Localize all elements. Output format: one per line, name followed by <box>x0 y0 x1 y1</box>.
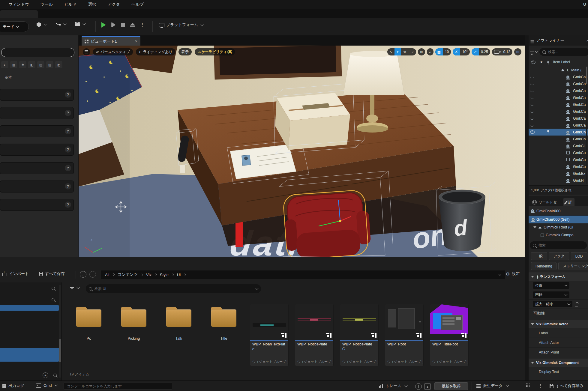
breadcrumb-item[interactable]: Ui <box>177 273 181 277</box>
play-button[interactable] <box>101 22 106 28</box>
close-icon[interactable]: × <box>586 38 588 43</box>
tool-icon[interactable]: ▤ <box>37 61 44 68</box>
help-icon[interactable]: ? <box>65 91 71 98</box>
tool-icon[interactable]: ◧ <box>28 61 35 68</box>
lit-mode-button[interactable]: ◐ライティングあり <box>136 48 176 55</box>
help-icon[interactable]: ? <box>65 146 71 153</box>
tool-icon[interactable]: ◩ <box>55 61 62 68</box>
modes-dropdown[interactable]: モード <box>0 21 29 32</box>
add-source-icon[interactable]: + <box>43 372 48 378</box>
camera-speed-value[interactable]: 0.12 <box>501 48 512 55</box>
grid-snap-value[interactable]: 10 <box>443 48 451 55</box>
asset-tile[interactable]: WBP_NoticePlate_G ウィジェットブループリ... <box>340 304 379 366</box>
outliner-row-selected[interactable]: GmkCh <box>529 129 588 136</box>
outliner-row[interactable]: GmkEx <box>529 170 588 177</box>
eye-closed-icon[interactable] <box>530 90 534 92</box>
eye-closed-icon[interactable] <box>530 76 534 78</box>
cmd-dropdown[interactable]: Cmd <box>36 383 57 388</box>
lock-open-icon[interactable] <box>575 304 578 306</box>
section-gimmick-actor[interactable]: Vlx Gimmick Actor <box>529 320 588 328</box>
tool-icon[interactable]: ✱ <box>19 61 26 68</box>
pin-icon[interactable] <box>547 130 549 132</box>
level-tab-stub[interactable] <box>0 10 38 18</box>
play-options-icon[interactable]: ⋮ <box>140 22 145 28</box>
property-row[interactable]: ? <box>0 162 74 174</box>
eye-icon[interactable] <box>530 130 535 134</box>
viewport-scene[interactable]: dation on <box>79 46 525 257</box>
filter-icon[interactable] <box>70 287 74 288</box>
viewport[interactable]: dation on <box>79 46 525 257</box>
cinematics-button[interactable] <box>75 22 85 26</box>
category-streaming[interactable]: ストリーミング <box>558 262 588 270</box>
outliner-row[interactable]: GmkCu <box>529 149 588 156</box>
move-tool-button[interactable]: + <box>394 48 401 55</box>
filter-icon[interactable] <box>530 52 534 52</box>
maximize-viewport-button[interactable]: ⊞ <box>514 48 521 55</box>
world-settings-tab[interactable]: ワールドセ... <box>530 198 562 206</box>
asset-tile[interactable]: WBP_NoahTextPlate ウィジェットブループリ... <box>250 304 289 366</box>
eye-closed-icon[interactable] <box>530 117 534 120</box>
derived-data-dropdown[interactable]: 派生データ <box>476 383 508 389</box>
import-button[interactable]: インポート <box>2 271 29 276</box>
help-icon[interactable]: ? <box>65 128 71 134</box>
save-all-button[interactable]: すべて保存 <box>39 271 65 276</box>
outliner-row[interactable]: GmkCa <box>529 73 588 80</box>
property-row[interactable]: ? <box>0 144 74 156</box>
property-row[interactable]: ? <box>0 181 74 193</box>
asset-search-input[interactable] <box>94 286 254 291</box>
outliner-tab[interactable]: アウトライナー × <box>529 35 588 46</box>
mobility-row[interactable]: 可動性 <box>529 309 588 318</box>
trace-dropdown[interactable]: トレース <box>379 383 407 389</box>
get-latest-button[interactable]: 最新を取得 <box>434 382 468 390</box>
property-row[interactable]: ? <box>0 107 74 119</box>
scale-snap-value[interactable]: 0.25 <box>479 48 490 55</box>
world-local-toggle[interactable]: ⊕ <box>418 48 425 55</box>
outliner-scrollbar[interactable] <box>586 67 587 184</box>
outliner-column-header[interactable]: ★ Item Label <box>529 58 588 66</box>
camera-speed-button[interactable] <box>492 48 501 55</box>
eye-icon[interactable] <box>531 61 536 64</box>
sources-scrollbar[interactable] <box>59 285 61 378</box>
panel-divider[interactable] <box>525 35 529 381</box>
tool-icon[interactable]: ▧ <box>46 61 53 68</box>
asset-tile[interactable]: WBP_NoticePlate ウィジェットブループリ... <box>295 304 334 366</box>
eject-button[interactable] <box>130 23 135 25</box>
scalability-button[interactable]: スケーラビリティ:高 <box>195 48 235 55</box>
expand-arrow-icon[interactable] <box>533 226 536 228</box>
outliner-row[interactable]: GmkH <box>529 177 588 184</box>
section-gimmick-component[interactable]: Vlx Gimmick Component <box>529 359 588 367</box>
section-transform[interactable]: トランスフォーム <box>529 273 588 281</box>
chevron-down-icon[interactable] <box>535 50 538 53</box>
eye-closed-icon[interactable] <box>530 83 534 85</box>
outliner-row[interactable]: GmkCu <box>529 156 588 163</box>
pin-icon[interactable] <box>547 61 549 63</box>
settings-button[interactable]: ⚙ 設定 <box>506 271 520 276</box>
menu-actor[interactable]: アクタ <box>108 2 120 7</box>
insights-button[interactable]: ‖ <box>415 383 422 390</box>
save-status[interactable]: すべて保存済み <box>550 383 584 389</box>
outliner-row[interactable]: GmkCl <box>529 142 588 149</box>
details-search-input[interactable] <box>538 243 584 248</box>
outliner-row[interactable]: GmkCa <box>529 108 588 115</box>
details-tab[interactable]: 詳 <box>563 198 574 206</box>
property-attach-point-row[interactable]: Attach Point <box>529 347 588 357</box>
surface-snap-button[interactable]: ∴ <box>427 48 434 55</box>
rotation-dropdown[interactable]: 回転 <box>533 291 569 298</box>
outliner-row[interactable]: L_Main ( <box>529 67 588 73</box>
folder-tile[interactable]: Talk <box>164 309 194 341</box>
eye-closed-icon[interactable] <box>530 110 534 113</box>
scale-snap-toggle[interactable]: ↗ <box>472 48 479 55</box>
outliner-row[interactable]: GmkCh <box>529 136 588 142</box>
menu-help[interactable]: ヘルプ <box>131 2 144 7</box>
skip-frame-button[interactable] <box>111 22 116 28</box>
rotation-snap-toggle[interactable]: ∠ <box>453 48 460 55</box>
menu-window[interactable]: ウィンドウ <box>8 2 29 7</box>
outliner-row[interactable]: GmkCu <box>529 163 588 170</box>
scale-tool-button[interactable]: ↔ <box>408 48 416 55</box>
stop-button[interactable] <box>121 23 125 27</box>
property-attach-actor-row[interactable]: Attach Actor <box>529 338 588 347</box>
property-row[interactable]: ? <box>0 89 74 101</box>
platforms-dropdown[interactable]: プラットフォーム <box>159 22 203 28</box>
selected-chair-actor[interactable] <box>283 190 372 257</box>
help-icon[interactable]: ? <box>65 201 71 208</box>
